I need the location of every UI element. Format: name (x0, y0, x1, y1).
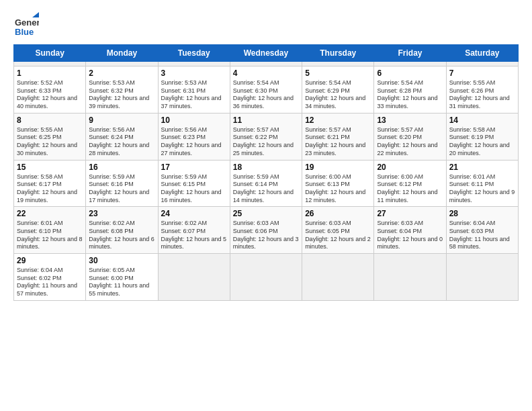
day-number: 18 (233, 163, 299, 172)
calendar-cell: 23Sunrise: 6:02 AMSunset: 6:08 PMDayligh… (86, 207, 158, 254)
day-content: Sunrise: 6:03 AMSunset: 6:05 PMDaylight:… (305, 220, 371, 251)
day-number: 14 (449, 116, 515, 125)
day-content: Sunrise: 6:00 AMSunset: 6:13 PMDaylight:… (305, 173, 371, 205)
calendar-cell: 13Sunrise: 5:57 AMSunset: 6:20 PMDayligh… (374, 113, 446, 160)
day-number: 24 (161, 209, 227, 218)
day-number: 3 (161, 68, 227, 78)
day-content: Sunrise: 6:01 AMSunset: 6:11 PMDaylight:… (449, 173, 515, 205)
day-header-friday: Friday (374, 45, 446, 62)
calendar-cell (14, 62, 86, 66)
calendar-cell: 26Sunrise: 6:03 AMSunset: 6:05 PMDayligh… (302, 207, 374, 254)
calendar-cell (374, 254, 446, 301)
day-number: 25 (233, 209, 299, 218)
calendar-cell: 29Sunrise: 6:04 AMSunset: 6:02 PMDayligh… (14, 254, 86, 301)
day-content: Sunrise: 5:56 AMSunset: 6:23 PMDaylight:… (161, 126, 227, 158)
svg-marker-2 (32, 12, 39, 17)
calendar-cell (446, 62, 518, 66)
calendar-cell: 1Sunrise: 5:52 AMSunset: 6:33 PMDaylight… (14, 66, 86, 113)
calendar-cell: 2Sunrise: 5:53 AMSunset: 6:32 PMDaylight… (86, 66, 158, 113)
day-number: 17 (161, 163, 227, 172)
calendar-cell: 7Sunrise: 5:55 AMSunset: 6:26 PMDaylight… (446, 66, 518, 113)
calendar-cell: 4Sunrise: 5:54 AMSunset: 6:30 PMDaylight… (230, 66, 302, 113)
day-content: Sunrise: 5:52 AMSunset: 6:33 PMDaylight:… (17, 79, 83, 111)
calendar-cell (446, 254, 518, 301)
day-number: 30 (89, 256, 154, 265)
day-number: 5 (305, 68, 371, 78)
svg-text:General: General (15, 17, 39, 28)
calendar-cell: 17Sunrise: 5:59 AMSunset: 6:15 PMDayligh… (158, 160, 230, 207)
calendar-cell (374, 62, 446, 66)
day-header-thursday: Thursday (302, 45, 374, 62)
day-content: Sunrise: 5:55 AMSunset: 6:25 PMDaylight:… (17, 126, 83, 158)
day-content: Sunrise: 5:54 AMSunset: 6:30 PMDaylight:… (233, 79, 299, 111)
day-content: Sunrise: 5:58 AMSunset: 6:17 PMDaylight:… (17, 173, 83, 205)
calendar-cell (230, 254, 302, 301)
calendar-cell: 20Sunrise: 6:00 AMSunset: 6:12 PMDayligh… (374, 160, 446, 207)
day-number: 6 (377, 68, 443, 78)
day-number: 28 (449, 209, 515, 218)
calendar-cell: 5Sunrise: 5:54 AMSunset: 6:29 PMDaylight… (302, 66, 374, 113)
day-number: 20 (377, 163, 443, 172)
day-number: 9 (89, 116, 154, 125)
day-header-saturday: Saturday (446, 45, 518, 62)
day-number: 29 (17, 256, 83, 265)
day-number: 4 (233, 68, 299, 78)
day-number: 10 (161, 116, 227, 125)
day-content: Sunrise: 5:58 AMSunset: 6:19 PMDaylight:… (449, 126, 515, 158)
day-content: Sunrise: 5:53 AMSunset: 6:31 PMDaylight:… (161, 79, 227, 111)
day-number: 23 (89, 209, 154, 218)
calendar-cell (302, 254, 374, 301)
day-header-sunday: Sunday (14, 45, 86, 62)
day-content: Sunrise: 6:03 AMSunset: 6:04 PMDaylight:… (377, 220, 443, 251)
calendar-cell: 22Sunrise: 6:01 AMSunset: 6:10 PMDayligh… (14, 207, 86, 254)
day-content: Sunrise: 5:59 AMSunset: 6:16 PMDaylight:… (89, 173, 154, 205)
calendar-cell: 25Sunrise: 6:03 AMSunset: 6:06 PMDayligh… (230, 207, 302, 254)
day-content: Sunrise: 5:55 AMSunset: 6:26 PMDaylight:… (449, 79, 515, 111)
calendar-cell: 9Sunrise: 5:56 AMSunset: 6:24 PMDaylight… (86, 113, 158, 160)
day-number: 15 (17, 163, 83, 172)
calendar-cell (86, 62, 158, 66)
day-content: Sunrise: 5:57 AMSunset: 6:20 PMDaylight:… (377, 126, 443, 158)
day-number: 21 (449, 163, 515, 172)
day-number: 27 (377, 209, 443, 218)
svg-text:Blue: Blue (15, 27, 34, 37)
calendar-cell: 24Sunrise: 6:02 AMSunset: 6:07 PMDayligh… (158, 207, 230, 254)
day-content: Sunrise: 5:56 AMSunset: 6:24 PMDaylight:… (89, 126, 154, 158)
day-number: 8 (17, 116, 83, 125)
day-number: 7 (449, 68, 515, 78)
day-number: 12 (305, 116, 371, 125)
calendar-cell: 18Sunrise: 5:59 AMSunset: 6:14 PMDayligh… (230, 160, 302, 207)
day-header-tuesday: Tuesday (158, 45, 230, 62)
calendar-cell: 10Sunrise: 5:56 AMSunset: 6:23 PMDayligh… (158, 113, 230, 160)
day-content: Sunrise: 5:59 AMSunset: 6:14 PMDaylight:… (233, 173, 299, 205)
calendar-cell: 14Sunrise: 5:58 AMSunset: 6:19 PMDayligh… (446, 113, 518, 160)
day-number: 2 (89, 68, 154, 78)
calendar-cell: 21Sunrise: 6:01 AMSunset: 6:11 PMDayligh… (446, 160, 518, 207)
day-content: Sunrise: 6:01 AMSunset: 6:10 PMDaylight:… (17, 220, 83, 251)
calendar-cell: 16Sunrise: 5:59 AMSunset: 6:16 PMDayligh… (86, 160, 158, 207)
day-number: 13 (377, 116, 443, 125)
day-number: 16 (89, 163, 154, 172)
calendar-cell: 28Sunrise: 6:04 AMSunset: 6:03 PMDayligh… (446, 207, 518, 254)
calendar-cell (302, 62, 374, 66)
day-header-wednesday: Wednesday (230, 45, 302, 62)
day-content: Sunrise: 6:05 AMSunset: 6:00 PMDaylight:… (89, 267, 154, 298)
calendar-cell: 8Sunrise: 5:55 AMSunset: 6:25 PMDaylight… (14, 113, 86, 160)
day-header-monday: Monday (86, 45, 158, 62)
calendar-cell: 27Sunrise: 6:03 AMSunset: 6:04 PMDayligh… (374, 207, 446, 254)
day-content: Sunrise: 5:59 AMSunset: 6:15 PMDaylight:… (161, 173, 227, 205)
day-content: Sunrise: 6:02 AMSunset: 6:08 PMDaylight:… (89, 220, 154, 251)
calendar-cell (230, 62, 302, 66)
day-content: Sunrise: 5:54 AMSunset: 6:28 PMDaylight:… (377, 79, 443, 111)
day-number: 1 (17, 68, 83, 78)
day-number: 11 (233, 116, 299, 125)
day-content: Sunrise: 6:03 AMSunset: 6:06 PMDaylight:… (233, 220, 299, 251)
calendar-cell: 15Sunrise: 5:58 AMSunset: 6:17 PMDayligh… (14, 160, 86, 207)
day-content: Sunrise: 5:57 AMSunset: 6:21 PMDaylight:… (305, 126, 371, 158)
calendar-cell (158, 254, 230, 301)
day-content: Sunrise: 5:57 AMSunset: 6:22 PMDaylight:… (233, 126, 299, 158)
calendar-cell: 11Sunrise: 5:57 AMSunset: 6:22 PMDayligh… (230, 113, 302, 160)
day-content: Sunrise: 5:53 AMSunset: 6:32 PMDaylight:… (89, 79, 154, 111)
day-number: 22 (17, 209, 83, 218)
calendar-cell (158, 62, 230, 66)
